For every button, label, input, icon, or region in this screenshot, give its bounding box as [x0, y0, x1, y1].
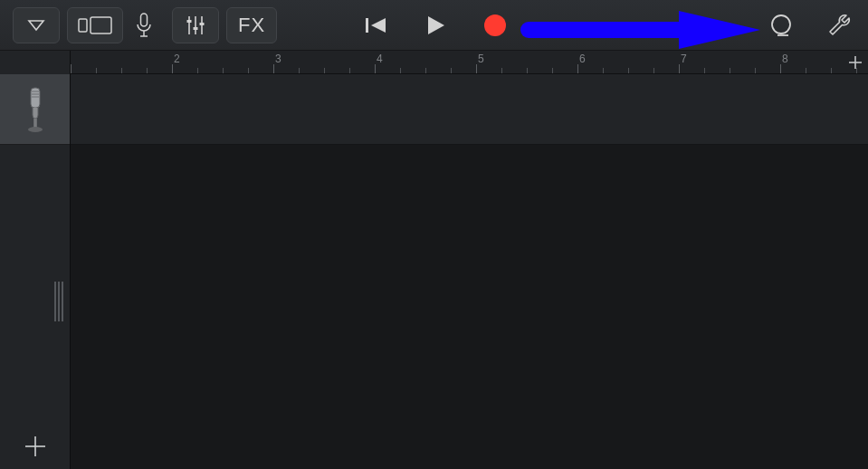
fx-button[interactable]: FX	[226, 7, 277, 43]
instrument-button[interactable]	[123, 5, 165, 46]
tracks-view-button[interactable]	[67, 7, 123, 43]
fx-label: FX	[238, 14, 265, 37]
svg-rect-2	[91, 17, 111, 34]
svg-rect-3	[141, 14, 148, 26]
plus-icon	[848, 55, 863, 70]
triangle-down-icon	[27, 19, 45, 32]
sidebar-resize-handle[interactable]	[54, 282, 65, 321]
toolbar: FX	[0, 0, 868, 51]
my-songs-button[interactable]	[13, 7, 60, 43]
svg-marker-0	[29, 21, 43, 30]
bar-number: 7	[681, 53, 687, 65]
svg-point-16	[772, 15, 790, 34]
toolbar-right	[752, 0, 868, 51]
svg-rect-9	[187, 20, 192, 23]
track-header-column	[0, 51, 71, 469]
svg-marker-14	[428, 16, 444, 34]
svg-rect-11	[200, 23, 205, 25]
play-button[interactable]	[417, 7, 453, 43]
condenser-mic-icon	[23, 86, 48, 133]
track-controls-button[interactable]	[172, 7, 219, 43]
track-lane[interactable]	[71, 74, 868, 145]
record-icon	[482, 13, 508, 38]
bar-number: 4	[377, 53, 383, 65]
track-header[interactable]	[0, 74, 70, 145]
tracks-view-icon	[78, 16, 112, 34]
plus-icon	[24, 435, 47, 458]
bar-number: 8	[782, 53, 788, 65]
add-track-button[interactable]	[0, 424, 71, 469]
wrench-icon	[826, 13, 852, 38]
svg-rect-10	[194, 27, 198, 30]
go-to-beginning-button[interactable]	[358, 7, 394, 43]
loop-browser-icon	[768, 12, 795, 39]
sliders-icon	[184, 14, 207, 36]
rewind-icon	[364, 15, 387, 35]
svg-point-28	[28, 127, 43, 132]
svg-rect-12	[366, 18, 368, 33]
bar-number: 2	[174, 53, 180, 65]
svg-rect-27	[33, 119, 37, 128]
bar-number: 6	[579, 53, 586, 65]
svg-rect-1	[79, 19, 87, 32]
svg-point-15	[484, 14, 506, 36]
timeline-ruler[interactable]: 2345678	[71, 51, 868, 74]
settings-button[interactable]	[810, 0, 868, 51]
loop-button[interactable]	[752, 0, 810, 51]
record-button[interactable]	[477, 7, 513, 43]
microphone-icon	[136, 13, 152, 38]
add-section-button[interactable]	[846, 53, 864, 72]
play-icon	[424, 14, 447, 37]
transport-controls	[358, 7, 513, 43]
svg-marker-13	[371, 18, 386, 33]
tracks-area[interactable]	[71, 74, 868, 469]
bar-number: 5	[478, 53, 484, 65]
svg-rect-23	[31, 88, 40, 108]
bar-number: 3	[275, 53, 281, 65]
